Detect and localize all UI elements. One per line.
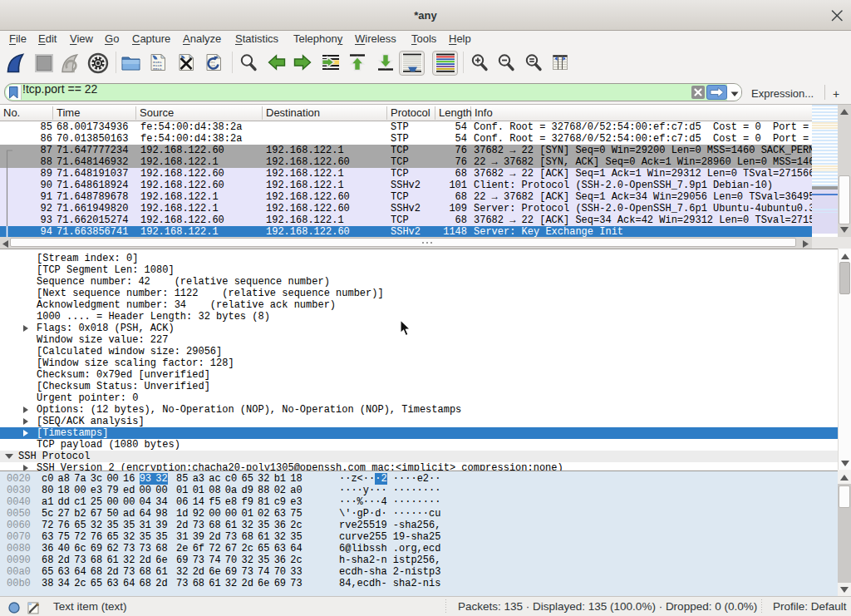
- svg-text:0011: 0011: [153, 67, 162, 71]
